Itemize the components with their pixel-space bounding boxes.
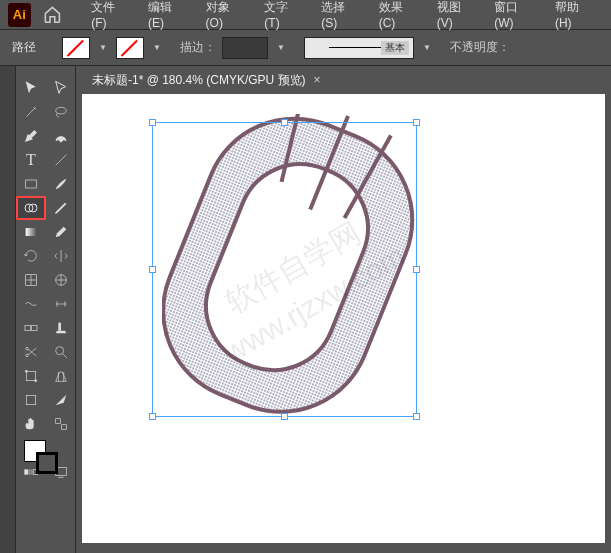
selection-mode-label: 路径	[12, 39, 36, 56]
menu-bar: Ai 文件(F) 编辑(E) 对象(O) 文字(T) 选择(S) 效果(C) 视…	[0, 0, 611, 30]
symbol-sprayer-tool[interactable]	[46, 316, 76, 340]
artboard-tool[interactable]	[16, 388, 46, 412]
print-tiling-tool[interactable]	[46, 412, 76, 436]
brush-definition[interactable]: 基本	[304, 37, 414, 59]
resize-handle[interactable]	[281, 413, 288, 420]
menu-effect[interactable]: 效果(C)	[369, 0, 427, 30]
stroke-weight-label: 描边：	[180, 39, 216, 56]
svg-rect-2	[26, 180, 37, 188]
resize-handle[interactable]	[149, 413, 156, 420]
resize-handle[interactable]	[281, 119, 288, 126]
stroke-swatch[interactable]	[116, 37, 144, 59]
grid-tool[interactable]	[16, 268, 46, 292]
menu-view[interactable]: 视图(V)	[427, 0, 484, 30]
menu-select[interactable]: 选择(S)	[311, 0, 368, 30]
svg-point-18	[25, 370, 27, 372]
eyedropper-tool[interactable]	[46, 220, 76, 244]
free-transform-tool[interactable]	[16, 364, 46, 388]
control-bar: 路径 ▼ ▼ 描边： ▼ 基本 ▼ 不透明度：	[0, 30, 611, 66]
svg-rect-10	[25, 325, 30, 330]
svg-point-15	[56, 347, 64, 355]
svg-point-0	[56, 107, 67, 114]
opacity-label: 不透明度：	[450, 39, 510, 56]
fill-swatch[interactable]	[62, 37, 90, 59]
direct-selection-tool[interactable]	[46, 76, 76, 100]
gradient-tool[interactable]	[16, 220, 46, 244]
resize-handle[interactable]	[413, 413, 420, 420]
curvature-tool[interactable]	[46, 124, 76, 148]
svg-rect-11	[32, 325, 37, 330]
magic-wand-tool[interactable]	[16, 100, 46, 124]
workspace: T 未标题-1* @ 180.4% (CM	[0, 66, 611, 553]
document-tab[interactable]: 未标题-1* @ 180.4% (CMYK/GPU 预览) ×	[84, 68, 329, 93]
svg-line-1	[56, 155, 67, 166]
app-icon: Ai	[8, 3, 31, 27]
hand-tool[interactable]	[16, 412, 46, 436]
canvas-viewport[interactable]: 软件自学网 www.rjzxw.com	[76, 94, 611, 553]
pencil-tool[interactable]	[46, 196, 76, 220]
selection-bounding-box[interactable]	[152, 122, 417, 417]
line-tool[interactable]	[46, 148, 76, 172]
profile-dropdown[interactable]: ▼	[274, 37, 288, 59]
svg-rect-12	[58, 323, 61, 331]
resize-handle[interactable]	[149, 119, 156, 126]
resize-handle[interactable]	[413, 119, 420, 126]
svg-point-13	[26, 347, 29, 350]
resize-handle[interactable]	[413, 266, 420, 273]
mesh-tool[interactable]	[46, 268, 76, 292]
brush-preview-line	[329, 47, 389, 48]
svg-rect-17	[26, 371, 35, 380]
fill-stroke-indicator[interactable]	[16, 436, 76, 478]
rectangle-tool[interactable]	[16, 172, 46, 196]
svg-rect-21	[56, 419, 61, 424]
svg-point-14	[26, 354, 29, 357]
stroke-weight-field[interactable]	[222, 37, 268, 59]
artboard[interactable]: 软件自学网 www.rjzxw.com	[82, 94, 605, 543]
pen-tool[interactable]	[16, 124, 46, 148]
home-icon[interactable]	[43, 5, 62, 25]
rotate-tool[interactable]	[16, 244, 46, 268]
menu-type[interactable]: 文字(T)	[254, 0, 311, 30]
lasso-tool[interactable]	[46, 100, 76, 124]
fill-dropdown-arrow[interactable]: ▼	[96, 37, 110, 59]
shape-builder-tool[interactable]	[16, 196, 46, 220]
svg-point-19	[35, 380, 37, 382]
brush-label: 基本	[381, 41, 409, 55]
tab-close-icon[interactable]: ×	[314, 73, 321, 87]
document-tab-label: 未标题-1* @ 180.4% (CMYK/GPU 预览)	[92, 72, 306, 89]
zoom-tool[interactable]	[46, 340, 76, 364]
stroke-dropdown-arrow[interactable]: ▼	[150, 37, 164, 59]
selection-tool[interactable]	[16, 76, 46, 100]
svg-line-16	[63, 354, 67, 358]
reflect-tool[interactable]	[46, 244, 76, 268]
brush-dropdown-arrow[interactable]: ▼	[420, 37, 434, 59]
slice-tool[interactable]	[46, 388, 76, 412]
menu-object[interactable]: 对象(O)	[196, 0, 255, 30]
perspective-tool[interactable]	[46, 364, 76, 388]
scissors-tool[interactable]	[16, 340, 46, 364]
resize-handle[interactable]	[149, 266, 156, 273]
svg-rect-22	[62, 425, 67, 430]
toolbox: T	[16, 66, 76, 553]
blend-tool[interactable]	[16, 316, 46, 340]
menu-edit[interactable]: 编辑(E)	[138, 0, 195, 30]
paintbrush-tool[interactable]	[46, 172, 76, 196]
stroke-color-box[interactable]	[36, 452, 58, 474]
panel-strip	[0, 66, 16, 553]
svg-rect-5	[26, 228, 37, 236]
document-tabs: 未标题-1* @ 180.4% (CMYK/GPU 预览) ×	[76, 66, 611, 94]
menu-window[interactable]: 窗口(W)	[484, 0, 545, 30]
menu-help[interactable]: 帮助(H)	[545, 0, 603, 30]
document-area: 未标题-1* @ 180.4% (CMYK/GPU 预览) ×	[76, 66, 611, 553]
type-tool[interactable]: T	[16, 148, 46, 172]
svg-rect-20	[26, 395, 35, 404]
menu-file[interactable]: 文件(F)	[81, 0, 138, 30]
warp-tool[interactable]	[16, 292, 46, 316]
width-tool[interactable]	[46, 292, 76, 316]
